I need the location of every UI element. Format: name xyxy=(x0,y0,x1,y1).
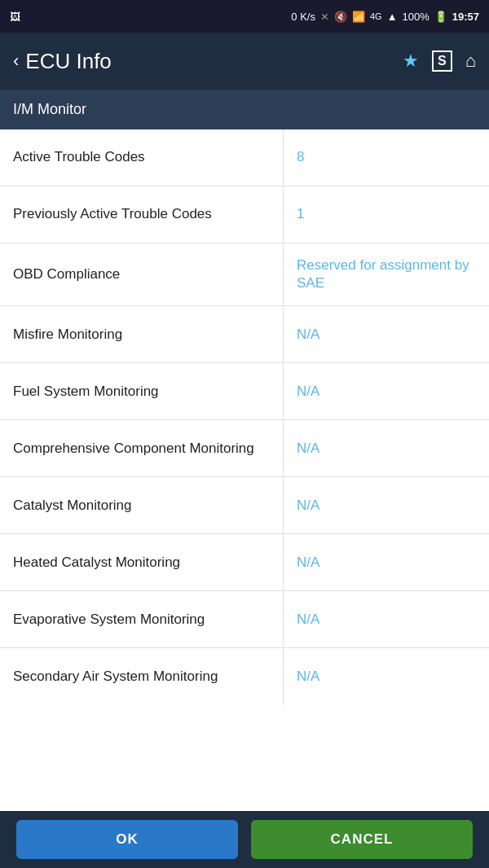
monitor-table: Active Trouble Codes8Previously Active T… xyxy=(0,129,489,705)
table-row: Fuel System MonitoringN/A xyxy=(0,363,489,420)
row-value-3: N/A xyxy=(284,306,489,362)
page-title: ECU Info xyxy=(25,49,112,74)
status-bar-left: 🖼 xyxy=(10,11,20,23)
row-value-6: N/A xyxy=(284,477,489,533)
row-value-7: N/A xyxy=(284,534,489,590)
row-value-1: 1 xyxy=(284,186,489,243)
signal-icon: ▲ xyxy=(387,11,398,23)
header-left: ‹ ECU Info xyxy=(13,49,112,74)
row-value-4: N/A xyxy=(284,363,489,419)
row-value-8: N/A xyxy=(284,591,489,647)
wifi-icon: 📶 xyxy=(352,11,365,23)
battery-indicator: 100% xyxy=(403,11,430,23)
row-label-3: Misfire Monitoring xyxy=(0,306,284,362)
row-label-6: Catalyst Monitoring xyxy=(0,477,284,533)
s-icon[interactable]: S xyxy=(432,50,452,72)
table-row: Misfire MonitoringN/A xyxy=(0,306,489,363)
row-label-2: OBD Compliance xyxy=(0,243,284,305)
row-label-4: Fuel System Monitoring xyxy=(0,363,284,419)
battery-icon: 🔋 xyxy=(434,11,447,23)
status-bar: 🖼 0 K/s ⨯ 🔇 📶 4G ▲ 100% 🔋 19:57 xyxy=(0,0,489,33)
cancel-button[interactable]: CANCEL xyxy=(251,820,473,859)
row-label-1: Previously Active Trouble Codes xyxy=(0,186,284,243)
row-label-5: Comprehensive Component Monitoring xyxy=(0,420,284,476)
row-label-7: Heated Catalyst Monitoring xyxy=(0,534,284,590)
bluetooth-icon: ⨯ xyxy=(320,11,329,23)
row-value-0: 8 xyxy=(284,129,489,186)
row-label-0: Active Trouble Codes xyxy=(0,129,284,186)
table-row: Active Trouble Codes8 xyxy=(0,129,489,186)
back-button[interactable]: ‹ xyxy=(13,50,19,72)
section-header-label: I/M Monitor xyxy=(13,101,86,117)
table-row: Catalyst MonitoringN/A xyxy=(0,477,489,534)
bluetooth-header-icon[interactable]: ★ xyxy=(403,50,419,72)
footer: OK CANCEL xyxy=(0,811,489,868)
speed-indicator: 0 K/s xyxy=(291,11,315,23)
content-area: Active Trouble Codes8Previously Active T… xyxy=(0,129,489,815)
status-bar-right: 0 K/s ⨯ 🔇 📶 4G ▲ 100% 🔋 19:57 xyxy=(291,11,479,23)
header-icons: ★ S ⌂ xyxy=(403,50,476,72)
table-row: Heated Catalyst MonitoringN/A xyxy=(0,534,489,591)
table-row: OBD ComplianceReserved for assignment by… xyxy=(0,243,489,306)
row-value-2: Reserved for assignment by SAE xyxy=(284,243,489,305)
row-label-9: Secondary Air System Monitoring xyxy=(0,648,284,705)
row-value-9: N/A xyxy=(284,648,489,705)
time-display: 19:57 xyxy=(452,11,479,23)
table-row: Evaporative System MonitoringN/A xyxy=(0,591,489,648)
row-value-5: N/A xyxy=(284,420,489,476)
table-row: Comprehensive Component MonitoringN/A xyxy=(0,420,489,477)
app-header: ‹ ECU Info ★ S ⌂ xyxy=(0,33,489,90)
section-header: I/M Monitor xyxy=(0,90,489,129)
table-row: Secondary Air System MonitoringN/A xyxy=(0,648,489,705)
row-label-8: Evaporative System Monitoring xyxy=(0,591,284,647)
volume-icon: 🔇 xyxy=(334,11,347,23)
network-indicator: 4G xyxy=(370,11,382,21)
home-icon[interactable]: ⌂ xyxy=(465,50,476,72)
ok-button[interactable]: OK xyxy=(16,820,238,859)
table-row: Previously Active Trouble Codes1 xyxy=(0,186,489,243)
screenshot-icon: 🖼 xyxy=(10,11,20,23)
